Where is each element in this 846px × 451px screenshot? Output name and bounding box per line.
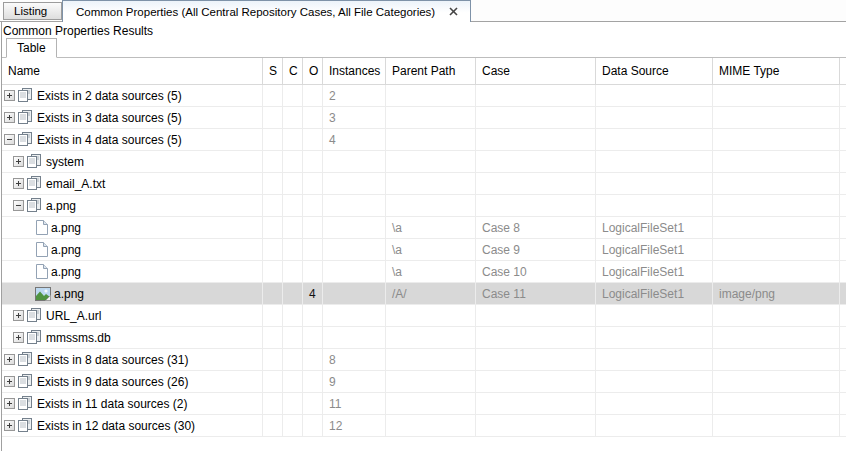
view-tab-strip: Table [2, 38, 846, 58]
column-header-s[interactable]: S [263, 58, 283, 84]
cell-parent-path [386, 195, 476, 216]
tab-listing[interactable]: Listing [3, 2, 62, 20]
row-name-label: mmssms.db [46, 331, 111, 345]
tree-toggle-minus-icon[interactable] [4, 134, 15, 145]
tab-table[interactable]: Table [6, 38, 57, 58]
tab-table-label: Table [17, 41, 46, 55]
column-header-c[interactable]: C [283, 58, 303, 84]
cell-o [303, 195, 323, 216]
tree-toggle-plus-icon[interactable] [4, 376, 15, 387]
table-row[interactable]: Exists in 12 data sources (30)12 [2, 415, 846, 437]
cell-mime-type [713, 85, 840, 106]
cell-instances [323, 217, 386, 238]
cell-case [476, 195, 596, 216]
table-row[interactable]: Exists in 9 data sources (26)9 [2, 371, 846, 393]
cell-c [283, 415, 303, 436]
cell-mime-type [713, 217, 840, 238]
tree-toggle-plus-icon[interactable] [4, 354, 15, 365]
cell-instances: 2 [323, 85, 386, 106]
tree-toggle-plus-icon[interactable] [4, 398, 15, 409]
cell-s [263, 217, 283, 238]
table-row[interactable]: Exists in 2 data sources (5)2 [2, 85, 846, 107]
row-name-label: a.png [46, 199, 76, 213]
tree-toggle-plus-icon[interactable] [13, 156, 24, 167]
cell-instances: 3 [323, 107, 386, 128]
name-cell: mmssms.db [2, 327, 263, 348]
row-name-label: a.png [54, 287, 84, 301]
column-header-o[interactable]: O [303, 58, 323, 84]
table-row[interactable]: a.png\aCase 10LogicalFileSet1 [2, 261, 846, 283]
tree-toggle-plus-icon[interactable] [13, 332, 24, 343]
tree-toggle-plus-icon[interactable] [4, 420, 15, 431]
table-row[interactable]: a.png\aCase 9LogicalFileSet1 [2, 239, 846, 261]
cell-s [263, 85, 283, 106]
cell-mime-type [713, 173, 840, 194]
cell-parent-path [386, 85, 476, 106]
column-header-data-source[interactable]: Data Source [596, 58, 713, 84]
table-row[interactable]: Exists in 3 data sources (5)3 [2, 107, 846, 129]
cell-parent-path [386, 173, 476, 194]
tab-listing-label: Listing [14, 5, 47, 17]
tree-toggle-plus-icon[interactable] [13, 178, 24, 189]
cell-instances [323, 305, 386, 326]
cell-c [283, 85, 303, 106]
table-row[interactable]: URL_A.url [2, 305, 846, 327]
column-header-parent-path[interactable]: Parent Path [386, 58, 476, 84]
row-name-label: Exists in 4 data sources (5) [37, 133, 182, 147]
cell-mime-type [713, 239, 840, 260]
cell-o [303, 305, 323, 326]
cell-case [476, 349, 596, 370]
cell-instances [323, 239, 386, 260]
row-name-label: Exists in 9 data sources (26) [37, 375, 188, 389]
cell-instances: 9 [323, 371, 386, 392]
cell-filler [840, 195, 846, 216]
cell-instances [323, 151, 386, 172]
cell-c [283, 195, 303, 216]
name-cell: Exists in 3 data sources (5) [2, 107, 263, 128]
cell-data-source [596, 195, 713, 216]
cell-case [476, 327, 596, 348]
table-row[interactable]: a.png\aCase 8LogicalFileSet1 [2, 217, 846, 239]
tab-common-properties-label: Common Properties (All Central Repositor… [76, 6, 435, 18]
cell-o: 4 [303, 283, 323, 304]
cell-c [283, 129, 303, 150]
table-row[interactable]: Exists in 8 data sources (31)8 [2, 349, 846, 371]
file-icon [35, 242, 48, 257]
cell-data-source: LogicalFileSet1 [596, 261, 713, 282]
tree-toggle-minus-icon[interactable] [13, 200, 24, 211]
table-row-selected[interactable]: a.png4/A/Case 11LogicalFileSet1image/png [2, 283, 846, 305]
cell-case [476, 415, 596, 436]
table-row[interactable]: a.png [2, 195, 846, 217]
column-header-case[interactable]: Case [476, 58, 596, 84]
cell-filler [840, 349, 846, 370]
tree-toggle-plus-icon[interactable] [13, 310, 24, 321]
cell-data-source [596, 173, 713, 194]
close-tab-icon[interactable] [449, 7, 458, 16]
column-header-instances[interactable]: Instances [323, 58, 386, 84]
cell-s [263, 349, 283, 370]
table-row[interactable]: mmssms.db [2, 327, 846, 349]
file-group-icon [26, 176, 43, 191]
table-row[interactable]: Exists in 11 data sources (2)11 [2, 393, 846, 415]
name-cell: email_A.txt [2, 173, 263, 194]
table-row[interactable]: Exists in 4 data sources (5)4 [2, 129, 846, 151]
cell-mime-type [713, 415, 840, 436]
cell-case: Case 9 [476, 239, 596, 260]
cell-s [263, 305, 283, 326]
cell-data-source [596, 151, 713, 172]
cell-mime-type [713, 349, 840, 370]
name-cell: a.png [2, 195, 263, 216]
tree-toggle-plus-icon[interactable] [4, 90, 15, 101]
column-header-name[interactable]: Name [2, 58, 263, 84]
tab-common-properties[interactable]: Common Properties (All Central Repositor… [62, 0, 471, 22]
cell-parent-path [386, 393, 476, 414]
cell-mime-type [713, 371, 840, 392]
table-row[interactable]: email_A.txt [2, 173, 846, 195]
column-header-mime-type[interactable]: MIME Type [713, 58, 840, 84]
cell-s [263, 151, 283, 172]
name-cell: Exists in 2 data sources (5) [2, 85, 263, 106]
cell-parent-path [386, 129, 476, 150]
tree-toggle-plus-icon[interactable] [4, 112, 15, 123]
table-row[interactable]: system [2, 151, 846, 173]
cell-filler [840, 305, 846, 326]
